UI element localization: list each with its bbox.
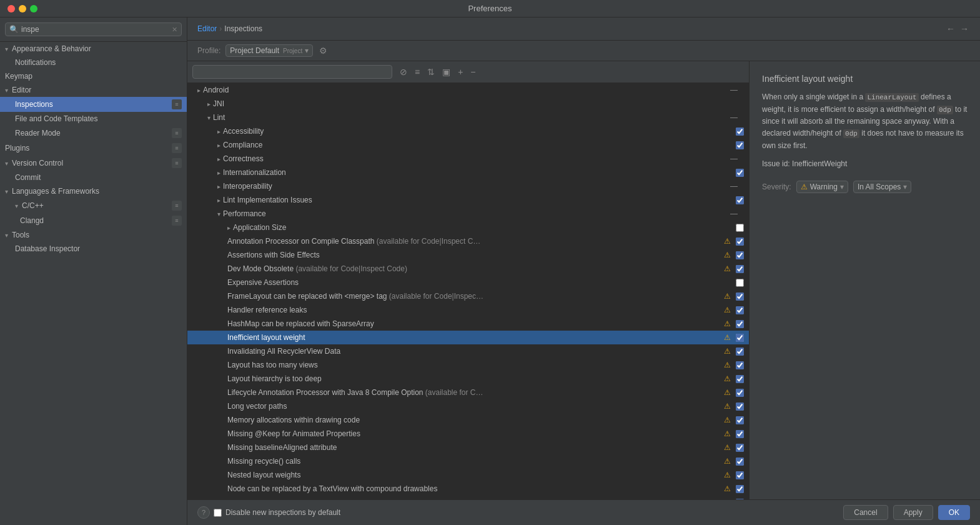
tree-row[interactable]: ▸ Android — bbox=[187, 83, 749, 97]
severity-select[interactable]: ⚠ Warning ▾ bbox=[796, 181, 848, 193]
close-button[interactable] bbox=[7, 5, 15, 12]
search-clear-icon[interactable]: ✕ bbox=[172, 26, 177, 34]
tree-row[interactable]: Missing baselineAligned attribute ⚠ bbox=[187, 441, 749, 454]
tree-row[interactable]: ▾ Lint — bbox=[187, 111, 749, 124]
tree-row[interactable]: ▸ Application Size bbox=[187, 221, 749, 234]
tree-row[interactable]: Dev Mode Obsolete (available for Code|In… bbox=[187, 262, 749, 276]
chevron-right-icon: ▸ bbox=[197, 87, 200, 94]
sidebar-item-languages[interactable]: ▾ Languages & Frameworks bbox=[0, 184, 187, 198]
forward-icon[interactable]: → bbox=[959, 22, 970, 35]
tree-row[interactable]: Long vector paths ⚠ bbox=[187, 399, 749, 413]
sidebar-item-commit[interactable]: Commit bbox=[0, 171, 187, 184]
sort-button[interactable]: ⇅ bbox=[425, 66, 437, 78]
tree-row-checkbox[interactable] bbox=[736, 238, 744, 246]
tree-row[interactable]: ▸ Interoperability — bbox=[187, 179, 749, 193]
tree-row-checkbox[interactable] bbox=[736, 389, 744, 397]
tree-row[interactable]: Missing @Keep for Animated Properties ⚠ bbox=[187, 427, 749, 441]
gear-button[interactable]: ⚙ bbox=[318, 44, 329, 57]
sidebar-item-version-control[interactable]: ▾ Version Control ≡ bbox=[0, 156, 187, 171]
sidebar-item-file-templates[interactable]: File and Code Templates bbox=[0, 112, 187, 126]
tree-row[interactable]: Layout has too many views ⚠ bbox=[187, 358, 749, 372]
tree-row[interactable]: FrameLayout can be replaced with <merge>… bbox=[187, 289, 749, 303]
tree-row[interactable]: Assertions with Side Effects ⚠ bbox=[187, 248, 749, 262]
tree-row-checkbox[interactable] bbox=[736, 402, 744, 411]
warning-icon: ⚠ bbox=[801, 182, 808, 191]
tree-row-checkbox[interactable] bbox=[736, 224, 744, 232]
sidebar-item-tools[interactable]: ▾ Tools bbox=[0, 228, 187, 242]
tree-row[interactable]: Lifecycle Annotation Processor with Java… bbox=[187, 386, 749, 399]
sidebar-search-input[interactable] bbox=[21, 25, 169, 34]
group-button[interactable]: ▣ bbox=[440, 66, 453, 78]
maximize-button[interactable] bbox=[30, 5, 37, 12]
sidebar-item-clangd[interactable]: Clangd ≡ bbox=[0, 213, 187, 228]
tree-row[interactable]: Memory allocations within drawing code ⚠ bbox=[187, 413, 749, 427]
tree-row-checkbox[interactable] bbox=[736, 458, 744, 466]
tree-row[interactable]: ▾ Performance — bbox=[187, 207, 749, 221]
tree-row[interactable]: Annotation Processor on Compile Classpat… bbox=[187, 234, 749, 248]
dash-indicator: — bbox=[729, 209, 739, 219]
tree-row-checkbox[interactable] bbox=[736, 279, 744, 287]
tree-row[interactable]: ▸ Accessibility bbox=[187, 124, 749, 138]
tree-row-checkbox[interactable] bbox=[736, 169, 744, 177]
cancel-button[interactable]: Cancel bbox=[843, 505, 888, 520]
chevron-down-icon: ▾ bbox=[207, 114, 210, 121]
warning-icon: ⚠ bbox=[724, 306, 731, 314]
help-button[interactable]: ? bbox=[197, 506, 210, 519]
tree-row-selected[interactable]: Inefficient layout weight ⚠ bbox=[187, 331, 749, 344]
tree-row[interactable]: Handler reference leaks ⚠ bbox=[187, 303, 749, 317]
tree-row-checkbox[interactable] bbox=[736, 128, 744, 136]
tree-search-input[interactable] bbox=[192, 65, 392, 79]
sidebar-item-reader-mode[interactable]: Reader Mode ≡ bbox=[0, 126, 187, 141]
tree-row[interactable]: HashMap can be replaced with SparseArray… bbox=[187, 317, 749, 331]
tree-row[interactable]: Node can be replaced by a TextView with … bbox=[187, 482, 749, 496]
sidebar-item-cpp[interactable]: ▾ C/C++ ≡ bbox=[0, 198, 187, 213]
sidebar-item-notifications[interactable]: Notifications bbox=[0, 56, 187, 69]
content-area: Editor › Inspections ← → Profile: Projec… bbox=[187, 18, 980, 525]
minimize-button[interactable] bbox=[19, 5, 26, 12]
back-icon[interactable]: ← bbox=[945, 22, 956, 35]
tree-row-checkbox[interactable] bbox=[736, 430, 744, 438]
tree-row-checkbox[interactable] bbox=[736, 471, 744, 479]
tree-row-checkbox[interactable] bbox=[736, 334, 744, 342]
ok-button[interactable]: OK bbox=[938, 505, 970, 520]
tree-row[interactable]: Expensive Assertions bbox=[187, 276, 749, 289]
sidebar-item-inspections[interactable]: Inspections ≡ bbox=[0, 97, 187, 112]
tree-row[interactable]: Invalidating All RecyclerView Data ⚠ bbox=[187, 344, 749, 358]
tree-row-checkbox[interactable] bbox=[736, 306, 744, 314]
tree-row[interactable]: ▸ Internationalization bbox=[187, 166, 749, 179]
tree-row-checkbox[interactable] bbox=[736, 196, 744, 204]
tree-row[interactable]: ▸ Correctness — bbox=[187, 152, 749, 166]
tree-row[interactable]: ▸ Lint Implementation Issues bbox=[187, 193, 749, 207]
tree-row[interactable]: ▸ Compliance bbox=[187, 138, 749, 152]
breadcrumb-editor-link[interactable]: Editor bbox=[197, 24, 217, 33]
tree-row-checkbox[interactable] bbox=[736, 485, 744, 493]
settings-icon: ≡ bbox=[175, 130, 178, 136]
scope-select[interactable]: In All Scopes ▾ bbox=[853, 181, 911, 193]
tree-row-checkbox[interactable] bbox=[736, 444, 744, 452]
expand-all-button[interactable]: ≡ bbox=[412, 66, 422, 78]
tree-row-checkbox[interactable] bbox=[736, 141, 744, 149]
sidebar-item-appearance[interactable]: ▾ Appearance & Behavior bbox=[0, 42, 187, 56]
tree-row[interactable]: Layout hierarchy is too deep ⚠ bbox=[187, 372, 749, 386]
tree-row-checkbox[interactable] bbox=[736, 265, 744, 273]
disable-new-inspections-checkbox[interactable] bbox=[214, 509, 222, 517]
minus-button[interactable]: − bbox=[468, 66, 478, 78]
tree-row-checkbox[interactable] bbox=[736, 320, 744, 328]
tree-row-checkbox[interactable] bbox=[736, 416, 744, 424]
tree-row[interactable]: ▸ JNI bbox=[187, 97, 749, 111]
tree-row-checkbox[interactable] bbox=[736, 251, 744, 259]
tree-row-checkbox[interactable] bbox=[736, 348, 744, 356]
tree-row-checkbox[interactable] bbox=[736, 361, 744, 369]
sidebar-item-database-inspector[interactable]: Database Inspector bbox=[0, 242, 187, 256]
apply-button[interactable]: Apply bbox=[893, 505, 933, 520]
sidebar-item-editor[interactable]: ▾ Editor bbox=[0, 83, 187, 97]
add-button[interactable]: + bbox=[455, 66, 465, 78]
tree-row[interactable]: Nested layout weights ⚠ bbox=[187, 468, 749, 482]
tree-row[interactable]: Missing recycle() calls ⚠ bbox=[187, 454, 749, 468]
tree-row-checkbox[interactable] bbox=[736, 375, 744, 383]
profile-select[interactable]: Project Default Project ▾ bbox=[225, 44, 313, 57]
filter-button[interactable]: ⊘ bbox=[397, 66, 410, 78]
tree-row-checkbox[interactable] bbox=[736, 292, 744, 301]
sidebar-item-plugins[interactable]: Plugins ≡ bbox=[0, 141, 187, 156]
sidebar-item-keymap[interactable]: Keymap bbox=[0, 69, 187, 83]
